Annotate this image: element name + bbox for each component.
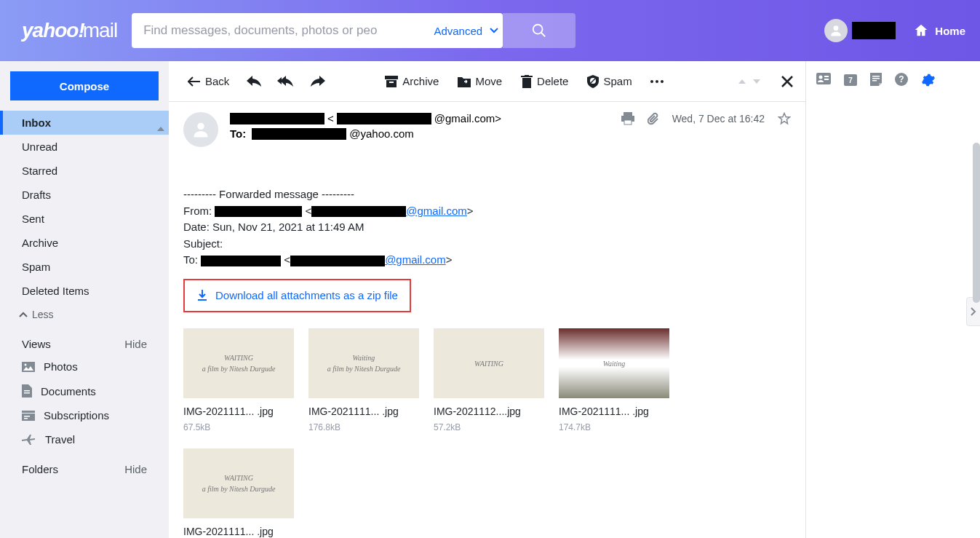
archive-icon xyxy=(385,76,398,87)
close-icon[interactable] xyxy=(781,75,794,88)
compose-button[interactable]: Compose xyxy=(10,71,159,100)
trash-icon xyxy=(521,75,533,88)
folder-item-inbox[interactable]: Inbox xyxy=(0,111,169,135)
folder-list: InboxUnreadStarredDraftsSentArchiveSpamD… xyxy=(0,111,169,303)
back-button[interactable]: Back xyxy=(180,71,236,92)
forward-icon xyxy=(311,76,325,87)
svg-rect-6 xyxy=(24,392,30,394)
folder-item-archive[interactable]: Archive xyxy=(0,231,169,255)
folder-item-starred[interactable]: Starred xyxy=(0,159,169,183)
to-email-link[interactable]: @gmail.com xyxy=(385,253,446,266)
search-input[interactable] xyxy=(132,23,428,38)
folder-item-spam[interactable]: Spam xyxy=(0,255,169,279)
star-icon[interactable] xyxy=(778,112,791,125)
svg-line-1 xyxy=(541,33,546,37)
profile-avatar[interactable] xyxy=(824,19,848,42)
arrow-left-icon xyxy=(188,76,201,87)
message-date: Wed, 7 Dec at 16:42 xyxy=(672,113,765,124)
message-scroll-area[interactable]: <@gmail.com> To: @yahoo.com Wed, 7 Dec a… xyxy=(169,102,805,538)
reading-pane: Back Archive Move xyxy=(169,61,806,538)
attachment-thumbnail: WAITING a film by Nitesh Durgude xyxy=(183,448,294,518)
calendar-icon[interactable]: 7 xyxy=(844,73,857,86)
svg-rect-5 xyxy=(24,390,30,392)
svg-rect-26 xyxy=(198,299,207,301)
print-icon[interactable] xyxy=(621,112,634,125)
svg-rect-7 xyxy=(22,411,35,413)
attachment-filename: IMG-2021111... .jpg xyxy=(183,524,294,538)
attachment-item[interactable]: WAITING a film by Nitesh DurgudeIMG-2021… xyxy=(183,448,294,538)
svg-point-20 xyxy=(656,80,658,83)
attachment-filename: IMG-2021112....jpg xyxy=(434,404,544,419)
svg-point-22 xyxy=(197,123,204,130)
more-actions-button[interactable] xyxy=(644,75,670,88)
user-name-redacted xyxy=(852,22,896,39)
notepad-icon[interactable] xyxy=(870,73,882,86)
from-email-link[interactable]: @gmail.com xyxy=(406,205,467,217)
svg-rect-34 xyxy=(872,78,880,79)
folder-item-drafts[interactable]: Drafts xyxy=(0,183,169,207)
attachment-icon[interactable] xyxy=(648,112,659,125)
reply-button[interactable] xyxy=(241,71,267,92)
archive-button[interactable]: Archive xyxy=(378,71,446,92)
views-section-header: Views Hide xyxy=(0,326,169,355)
folders-hide-toggle[interactable]: Hide xyxy=(124,463,147,475)
svg-point-21 xyxy=(661,80,664,83)
forward-button[interactable] xyxy=(305,71,331,92)
attachment-item[interactable]: Waiting a film by Nitesh DurgudeIMG-2021… xyxy=(308,328,419,434)
sidebar-scroll-up-icon[interactable] xyxy=(157,127,164,131)
folder-less-toggle[interactable]: Less xyxy=(0,303,169,326)
home-button[interactable]: Home xyxy=(913,23,965,39)
scrollbar[interactable] xyxy=(972,102,980,538)
view-item-travel[interactable]: Travel xyxy=(0,427,169,451)
chevron-down-icon xyxy=(490,28,498,33)
delete-button[interactable]: Delete xyxy=(514,71,575,92)
svg-point-0 xyxy=(533,25,543,34)
view-item-subscriptions[interactable]: Subscriptions xyxy=(0,403,169,427)
folder-item-sent[interactable]: Sent xyxy=(0,207,169,231)
next-message-icon[interactable] xyxy=(753,79,760,84)
folders-section-header: Folders Hide xyxy=(0,451,169,480)
move-button[interactable]: Move xyxy=(450,71,509,92)
attachment-thumbnail: Waiting xyxy=(559,328,669,398)
attachment-thumbnail: WAITING xyxy=(434,328,544,398)
advanced-search-toggle[interactable]: Advanced xyxy=(428,25,503,37)
yahoo-logo[interactable]: yahoo!mail xyxy=(22,19,117,42)
svg-rect-25 xyxy=(624,120,632,124)
search-bar: Advanced xyxy=(132,13,503,48)
help-icon[interactable]: ? xyxy=(895,73,908,86)
attachment-item[interactable]: WAITING a film by Nitesh DurgudeIMG-2021… xyxy=(183,328,294,434)
sidebar: Compose InboxUnreadStarredDraftsSentArch… xyxy=(0,61,169,538)
svg-rect-16 xyxy=(525,75,529,76)
spam-button[interactable]: Spam xyxy=(580,71,639,92)
search-icon xyxy=(531,23,547,39)
chevron-up-icon xyxy=(19,312,28,317)
prev-message-icon[interactable] xyxy=(738,79,746,84)
spam-shield-icon xyxy=(587,75,599,88)
forwarded-date-line: Date: Sun, Nov 21, 2021 at 11:49 AM xyxy=(183,219,736,236)
attachment-size: 174.7kB xyxy=(559,421,669,434)
search-button[interactable] xyxy=(503,13,575,48)
svg-point-2 xyxy=(834,25,839,31)
attachment-item[interactable]: WaitingIMG-2021111... .jpg174.7kB xyxy=(559,328,669,434)
download-all-attachments[interactable]: Download all attachments as a zip file xyxy=(183,279,411,313)
scrollbar-thumb[interactable] xyxy=(973,143,980,303)
app-body: Compose InboxUnreadStarredDraftsSentArch… xyxy=(0,61,980,538)
folder-item-unread[interactable]: Unread xyxy=(0,135,169,159)
move-icon xyxy=(458,76,471,87)
message-header: <@gmail.com> To: @yahoo.com Wed, 7 Dec a… xyxy=(169,102,805,150)
attachment-item[interactable]: WAITINGIMG-2021112....jpg57.2kB xyxy=(434,328,544,434)
ellipsis-icon xyxy=(650,79,664,84)
svg-point-4 xyxy=(25,363,27,365)
view-item-photos[interactable]: Photos xyxy=(0,355,169,379)
right-rail: 7 ? xyxy=(806,61,979,538)
sender-avatar xyxy=(183,112,218,147)
reply-all-button[interactable] xyxy=(271,71,300,92)
contact-card-icon[interactable] xyxy=(816,73,831,84)
views-hide-toggle[interactable]: Hide xyxy=(124,338,147,350)
attachment-filename: IMG-2021111... .jpg xyxy=(308,404,419,419)
folder-item-deleted-items[interactable]: Deleted Items xyxy=(0,279,169,303)
settings-icon[interactable] xyxy=(921,73,936,87)
download-icon xyxy=(196,290,208,301)
view-item-documents[interactable]: Documents xyxy=(0,379,169,403)
svg-rect-11 xyxy=(385,76,398,79)
